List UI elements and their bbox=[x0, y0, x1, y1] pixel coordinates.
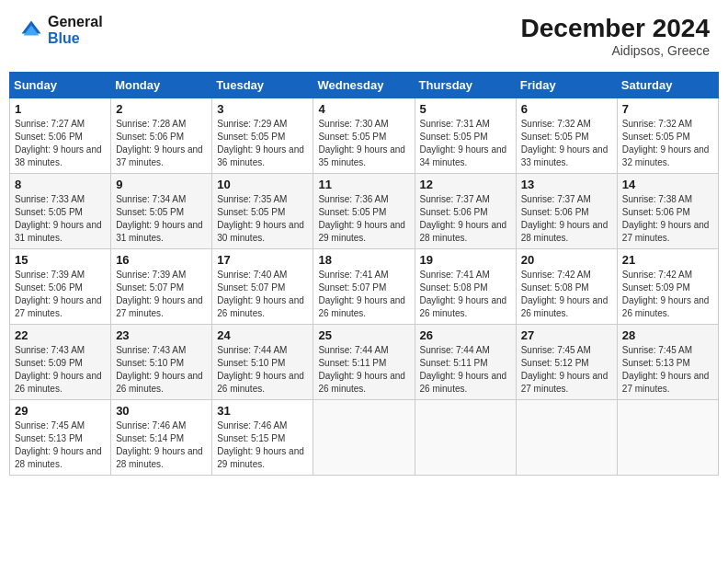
header-tuesday: Tuesday bbox=[212, 73, 313, 98]
day-number: 8 bbox=[15, 178, 106, 191]
day-info: Sunrise: 7:44 AM Sunset: 5:11 PM Dayligh… bbox=[420, 344, 511, 396]
day-number: 25 bbox=[318, 328, 409, 342]
day-number: 15 bbox=[15, 253, 106, 267]
day-number: 29 bbox=[15, 404, 106, 418]
day-info: Sunrise: 7:42 AM Sunset: 5:08 PM Dayligh… bbox=[521, 269, 612, 320]
header-wednesday: Wednesday bbox=[313, 73, 415, 98]
calendar-cell: 4 Sunrise: 7:30 AM Sunset: 5:05 PM Dayli… bbox=[313, 98, 415, 174]
calendar-week-row: 29 Sunrise: 7:45 AM Sunset: 5:13 PM Dayl… bbox=[10, 400, 719, 476]
day-info: Sunrise: 7:44 AM Sunset: 5:10 PM Dayligh… bbox=[217, 344, 308, 396]
day-info: Sunrise: 7:40 AM Sunset: 5:07 PM Dayligh… bbox=[217, 269, 308, 320]
day-number: 24 bbox=[217, 328, 308, 342]
header-thursday: Thursday bbox=[415, 73, 516, 98]
day-number: 4 bbox=[318, 102, 409, 116]
calendar-cell: 18 Sunrise: 7:41 AM Sunset: 5:07 PM Dayl… bbox=[313, 249, 415, 325]
calendar-cell bbox=[313, 400, 415, 476]
day-info: Sunrise: 7:38 AM Sunset: 5:06 PM Dayligh… bbox=[622, 193, 713, 245]
calendar-cell: 21 Sunrise: 7:42 AM Sunset: 5:09 PM Dayl… bbox=[617, 249, 718, 325]
day-info: Sunrise: 7:45 AM Sunset: 5:13 PM Dayligh… bbox=[622, 344, 713, 396]
day-info: Sunrise: 7:36 AM Sunset: 5:05 PM Dayligh… bbox=[318, 193, 409, 245]
calendar-cell: 17 Sunrise: 7:40 AM Sunset: 5:07 PM Dayl… bbox=[212, 249, 313, 325]
day-number: 26 bbox=[420, 328, 511, 342]
calendar-cell: 26 Sunrise: 7:44 AM Sunset: 5:11 PM Dayl… bbox=[415, 325, 516, 400]
day-number: 5 bbox=[420, 102, 511, 116]
day-number: 16 bbox=[116, 253, 207, 267]
calendar-cell: 15 Sunrise: 7:39 AM Sunset: 5:06 PM Dayl… bbox=[10, 249, 111, 325]
calendar-cell: 28 Sunrise: 7:45 AM Sunset: 5:13 PM Dayl… bbox=[617, 325, 718, 400]
day-number: 20 bbox=[521, 253, 612, 267]
calendar-cell: 31 Sunrise: 7:46 AM Sunset: 5:15 PM Dayl… bbox=[212, 400, 313, 476]
day-info: Sunrise: 7:29 AM Sunset: 5:05 PM Dayligh… bbox=[217, 118, 308, 169]
header-friday: Friday bbox=[516, 73, 617, 98]
calendar-cell: 20 Sunrise: 7:42 AM Sunset: 5:08 PM Dayl… bbox=[516, 249, 617, 325]
day-info: Sunrise: 7:32 AM Sunset: 5:05 PM Dayligh… bbox=[521, 118, 612, 169]
calendar-cell: 7 Sunrise: 7:32 AM Sunset: 5:05 PM Dayli… bbox=[617, 98, 718, 174]
day-info: Sunrise: 7:46 AM Sunset: 5:14 PM Dayligh… bbox=[116, 419, 207, 471]
day-info: Sunrise: 7:37 AM Sunset: 5:06 PM Dayligh… bbox=[420, 193, 511, 245]
day-info: Sunrise: 7:30 AM Sunset: 5:05 PM Dayligh… bbox=[318, 118, 409, 169]
calendar-cell: 10 Sunrise: 7:35 AM Sunset: 5:05 PM Dayl… bbox=[212, 174, 313, 249]
header-sunday: Sunday bbox=[10, 73, 111, 98]
calendar-cell: 14 Sunrise: 7:38 AM Sunset: 5:06 PM Dayl… bbox=[617, 174, 718, 249]
calendar-cell: 16 Sunrise: 7:39 AM Sunset: 5:07 PM Dayl… bbox=[111, 249, 212, 325]
calendar-cell: 3 Sunrise: 7:29 AM Sunset: 5:05 PM Dayli… bbox=[212, 98, 313, 174]
calendar-cell: 2 Sunrise: 7:28 AM Sunset: 5:06 PM Dayli… bbox=[111, 98, 212, 174]
calendar-cell bbox=[415, 400, 516, 476]
day-number: 7 bbox=[622, 102, 713, 116]
logo: General Blue bbox=[18, 14, 103, 47]
day-info: Sunrise: 7:45 AM Sunset: 5:12 PM Dayligh… bbox=[521, 344, 612, 396]
logo-icon bbox=[18, 17, 44, 43]
day-info: Sunrise: 7:33 AM Sunset: 5:05 PM Dayligh… bbox=[15, 193, 106, 245]
day-number: 19 bbox=[420, 253, 511, 267]
day-number: 2 bbox=[116, 102, 207, 116]
day-number: 6 bbox=[521, 102, 612, 116]
day-number: 9 bbox=[116, 178, 207, 191]
day-number: 14 bbox=[622, 178, 713, 191]
day-info: Sunrise: 7:34 AM Sunset: 5:05 PM Dayligh… bbox=[116, 193, 207, 245]
day-info: Sunrise: 7:46 AM Sunset: 5:15 PM Dayligh… bbox=[217, 419, 308, 471]
day-info: Sunrise: 7:42 AM Sunset: 5:09 PM Dayligh… bbox=[622, 269, 713, 320]
header-saturday: Saturday bbox=[617, 73, 718, 98]
day-number: 11 bbox=[318, 178, 409, 191]
calendar-cell: 30 Sunrise: 7:46 AM Sunset: 5:14 PM Dayl… bbox=[111, 400, 212, 476]
calendar-cell: 1 Sunrise: 7:27 AM Sunset: 5:06 PM Dayli… bbox=[10, 98, 111, 174]
day-info: Sunrise: 7:32 AM Sunset: 5:05 PM Dayligh… bbox=[622, 118, 713, 169]
day-number: 22 bbox=[15, 328, 106, 342]
day-number: 17 bbox=[217, 253, 308, 267]
day-info: Sunrise: 7:43 AM Sunset: 5:10 PM Dayligh… bbox=[116, 344, 207, 396]
calendar-cell bbox=[516, 400, 617, 476]
day-number: 3 bbox=[217, 102, 308, 116]
day-number: 12 bbox=[420, 178, 511, 191]
day-info: Sunrise: 7:39 AM Sunset: 5:07 PM Dayligh… bbox=[116, 269, 207, 320]
day-info: Sunrise: 7:31 AM Sunset: 5:05 PM Dayligh… bbox=[420, 118, 511, 169]
calendar-cell: 23 Sunrise: 7:43 AM Sunset: 5:10 PM Dayl… bbox=[111, 325, 212, 400]
month-title: December 2024 bbox=[521, 14, 710, 43]
calendar-cell: 13 Sunrise: 7:37 AM Sunset: 5:06 PM Dayl… bbox=[516, 174, 617, 249]
day-info: Sunrise: 7:41 AM Sunset: 5:08 PM Dayligh… bbox=[420, 269, 511, 320]
calendar-week-row: 15 Sunrise: 7:39 AM Sunset: 5:06 PM Dayl… bbox=[10, 249, 719, 325]
page-header: General Blue December 2024 Aidipsos, Gre… bbox=[9, 9, 719, 63]
calendar-week-row: 1 Sunrise: 7:27 AM Sunset: 5:06 PM Dayli… bbox=[10, 98, 719, 174]
calendar-cell: 6 Sunrise: 7:32 AM Sunset: 5:05 PM Dayli… bbox=[516, 98, 617, 174]
day-number: 18 bbox=[318, 253, 409, 267]
calendar-table: Sunday Monday Tuesday Wednesday Thursday… bbox=[9, 72, 719, 476]
calendar-cell: 29 Sunrise: 7:45 AM Sunset: 5:13 PM Dayl… bbox=[10, 400, 111, 476]
calendar-cell: 27 Sunrise: 7:45 AM Sunset: 5:12 PM Dayl… bbox=[516, 325, 617, 400]
day-info: Sunrise: 7:41 AM Sunset: 5:07 PM Dayligh… bbox=[318, 269, 409, 320]
day-number: 10 bbox=[217, 178, 308, 191]
logo-text-line1: General bbox=[48, 14, 103, 30]
calendar-week-row: 8 Sunrise: 7:33 AM Sunset: 5:05 PM Dayli… bbox=[10, 174, 719, 249]
day-number: 28 bbox=[622, 328, 713, 342]
calendar-cell: 8 Sunrise: 7:33 AM Sunset: 5:05 PM Dayli… bbox=[10, 174, 111, 249]
calendar-week-row: 22 Sunrise: 7:43 AM Sunset: 5:09 PM Dayl… bbox=[10, 325, 719, 400]
day-number: 21 bbox=[622, 253, 713, 267]
calendar-cell: 19 Sunrise: 7:41 AM Sunset: 5:08 PM Dayl… bbox=[415, 249, 516, 325]
location-subtitle: Aidipsos, Greece bbox=[521, 43, 710, 58]
logo-text-line2: Blue bbox=[48, 30, 103, 47]
calendar-cell: 5 Sunrise: 7:31 AM Sunset: 5:05 PM Dayli… bbox=[415, 98, 516, 174]
day-info: Sunrise: 7:45 AM Sunset: 5:13 PM Dayligh… bbox=[15, 419, 106, 471]
day-number: 13 bbox=[521, 178, 612, 191]
day-number: 30 bbox=[116, 404, 207, 418]
calendar-header-row: Sunday Monday Tuesday Wednesday Thursday… bbox=[10, 73, 719, 98]
calendar-cell: 9 Sunrise: 7:34 AM Sunset: 5:05 PM Dayli… bbox=[111, 174, 212, 249]
